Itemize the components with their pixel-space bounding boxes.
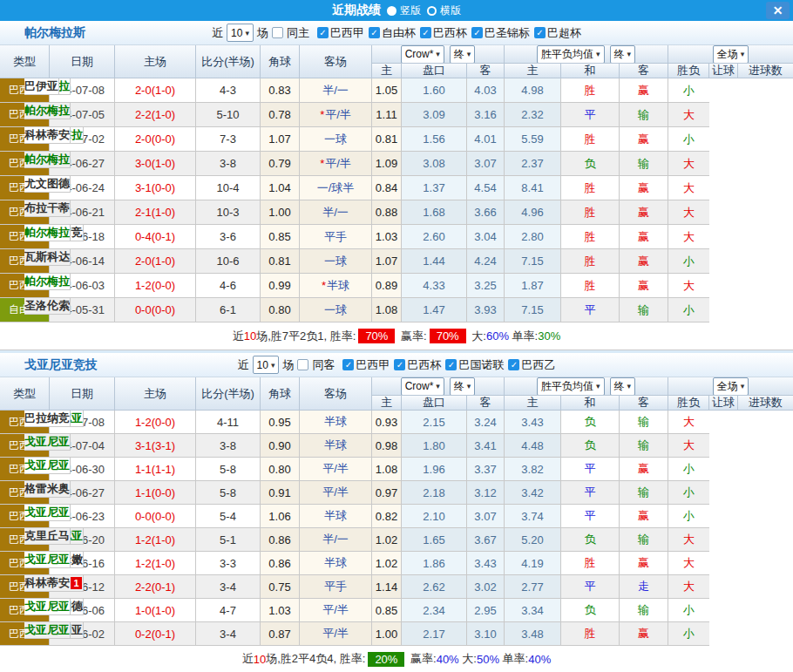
result-handicap-cell: 赢 <box>620 200 668 225</box>
match-row: 巴西甲24-07-04布拉干蒂3-1(3-1)3-8戈亚尼亚0.90半球0.98… <box>0 434 793 458</box>
odds-away-cell: 1.09 <box>372 152 402 176</box>
match-row: 巴西甲24-06-161弗鲁米嫩1-2(1-0)3-3戈亚尼亚0.86半球1.0… <box>0 552 793 575</box>
handicap-label: 平/半 <box>322 485 349 500</box>
match-scope-select[interactable]: 全场 <box>713 45 749 64</box>
sub-header-wdl: 胜负 <box>668 64 709 78</box>
league-checkbox-option[interactable]: ✓巴西甲 <box>317 25 364 41</box>
avg-away-cell: 3.48 <box>505 622 561 646</box>
team-label: 克里丘马 <box>24 528 70 544</box>
same-venue-label: 同主 <box>287 25 309 41</box>
handicap-cell: 一球 <box>300 249 372 274</box>
league-checkbox-option[interactable]: ✓巴超杯 <box>534 25 581 41</box>
match-scope-select[interactable]: 全场 <box>713 377 749 396</box>
avg-home-cell: 2.34 <box>402 599 467 622</box>
wdl-avg-select[interactable]: 胜平负均值 <box>537 377 605 396</box>
match-row: 巴西甲24-06-201戈亚尼亚1-2(1-0)5-1克里丘马0.86半/一1.… <box>0 528 793 552</box>
sub-header-avg-draw: 和 <box>561 64 620 78</box>
corners-cell: 3-3 <box>196 552 261 575</box>
league-label: 自由杯 <box>382 25 416 41</box>
away-team-cell: 戈亚尼亚 <box>24 599 71 615</box>
odds-time-select[interactable]: 终 <box>450 377 476 396</box>
handicap-cell: 半/一 <box>300 528 372 552</box>
result-goals-cell: 小 <box>668 458 709 481</box>
result-handicap-cell: 输 <box>620 599 668 622</box>
sub-header-handicap: 盘口 <box>402 396 467 411</box>
odds-home-cell: 0.85 <box>261 225 300 249</box>
odds-company-select[interactable]: Crow* <box>401 377 444 396</box>
match-count-select[interactable]: 10 <box>227 24 254 42</box>
away-team-cell: 科林蒂安 <box>24 127 71 144</box>
match-row: 巴西甲24-07-021帕尔梅拉2-0(0-0)7-3科林蒂安1.07一球0.8… <box>0 127 793 152</box>
result-wdl-cell: 胜 <box>561 127 620 152</box>
match-row: 巴西甲24-07-05格雷米奥2-2(1-0)5-10帕尔梅拉0.78*平/半1… <box>0 103 793 127</box>
avg-time-select[interactable]: 终 <box>610 377 636 396</box>
sub-header-avg-home: 主 <box>505 396 561 411</box>
layout-radio-horizontal[interactable]: 横版 <box>427 3 461 18</box>
league-label: 巴西甲 <box>330 25 364 41</box>
handicap-label: 半球 <box>324 414 347 430</box>
odds-company-select[interactable]: Crow* <box>401 45 444 64</box>
radio-selected-icon <box>387 6 396 16</box>
avg-away-cell: 5.20 <box>505 528 561 552</box>
same-venue-checkbox[interactable] <box>297 359 308 370</box>
close-button[interactable]: ✕ <box>766 2 790 19</box>
sub-header-odds-away: 客 <box>467 64 505 78</box>
league-checkbox-option[interactable]: ✓巴圣锦标 <box>471 25 530 41</box>
section-header: 戈亚尼亚竞技 近 10 场 同客 ✓巴西甲✓巴西杯✓巴国诺联✓巴西乙 <box>0 353 793 377</box>
league-checkbox-option[interactable]: ✓巴国诺联 <box>445 357 504 373</box>
odds-time-select[interactable]: 终 <box>450 45 476 64</box>
avg-draw-cell: 3.67 <box>467 528 505 552</box>
team-label: 格雷米奥 <box>24 481 70 497</box>
match-row: 巴西甲24-07-08帕尔梅拉2-0(1-0)4-3巴伊亚0.83半/一1.05… <box>0 78 793 103</box>
match-row: 巴西甲24-06-03克里丘马1-2(0-0)4-6帕尔梅拉0.99*半球0.8… <box>0 274 793 298</box>
avg-draw-cell: 2.95 <box>467 599 505 622</box>
layout-radio-vertical[interactable]: 竖版 <box>387 3 421 18</box>
odds-away-cell: 1.14 <box>372 575 402 599</box>
corners-cell: 3-8 <box>196 434 261 458</box>
avg-time-select[interactable]: 终 <box>610 45 636 64</box>
col-header-corners: 角球 <box>261 377 300 411</box>
avg-home-cell: 1.44 <box>402 249 467 274</box>
corners-cell: 5-1 <box>196 528 261 552</box>
league-checkbox-option[interactable]: ✓巴西乙 <box>508 357 555 373</box>
recent-results-panel: 近期战绩 竖版 横版 ✕ 帕尔梅拉斯 近 10 场 同主 ✓巴西甲✓自由杯✓巴西 <box>0 0 793 672</box>
team-label: 戈亚尼亚 <box>24 434 70 450</box>
match-count-select[interactable]: 10 <box>253 356 280 374</box>
sub-header-goals: 进球数 <box>738 396 793 411</box>
sub-header-handicap: 盘口 <box>402 64 467 78</box>
avg-away-cell: 2.80 <box>505 225 561 249</box>
checkbox-checked-icon: ✓ <box>342 359 354 370</box>
avg-away-cell: 8.41 <box>505 176 561 200</box>
team-label: 帕尔梅拉 <box>24 225 70 241</box>
league-checkbox-option[interactable]: ✓巴西甲 <box>342 357 390 373</box>
sub-header-odds-home: 主 <box>372 64 402 78</box>
live-odds-marker: * <box>322 279 326 292</box>
same-venue-checkbox[interactable] <box>272 27 283 38</box>
titlebar: 近期战绩 竖版 横版 ✕ <box>0 0 793 21</box>
league-checkbox-option[interactable]: ✓巴西杯 <box>420 25 467 41</box>
score-cell: 1-1(0-0) <box>115 481 196 505</box>
avg-home-cell: 3.08 <box>402 152 467 176</box>
score-cell: 2-2(1-0) <box>115 103 196 127</box>
avg-home-cell: 2.10 <box>402 505 467 528</box>
team-label: 巴伊亚 <box>24 78 58 94</box>
league-checkbox-option[interactable]: ✓巴西杯 <box>394 357 441 373</box>
handicap-cell: 半/一 <box>300 78 372 103</box>
odds-home-cell: 0.81 <box>261 249 300 274</box>
avg-draw-cell: 3.07 <box>467 505 505 528</box>
col-header-type: 类型 <box>0 377 50 411</box>
away-team-cell: 瓦斯科达 <box>24 249 71 266</box>
away-team-cell: 科林蒂安1 <box>24 575 84 592</box>
result-wdl-cell: 胜 <box>561 200 620 225</box>
odds-away-cell: 0.98 <box>372 434 402 458</box>
avg-away-cell: 2.32 <box>505 103 561 127</box>
handicap-label: 平/半 <box>322 602 349 618</box>
checkbox-checked-icon: ✓ <box>420 27 431 38</box>
corners-cell: 7-3 <box>196 127 261 152</box>
result-wdl-cell: 胜 <box>561 78 620 103</box>
match-row: 自由杯24-05-31帕尔梅拉0-0(0-0)6-1圣洛伦索0.80一球1.08… <box>0 298 793 322</box>
league-checkbox-option[interactable]: ✓自由杯 <box>369 25 416 41</box>
match-row: 巴西甲24-06-27戈亚尼亚1-1(0-0)5-8格雷米奥0.91平/半0.9… <box>0 481 793 505</box>
avg-home-cell: 1.96 <box>402 458 467 481</box>
wdl-avg-select[interactable]: 胜平负均值 <box>537 45 605 64</box>
